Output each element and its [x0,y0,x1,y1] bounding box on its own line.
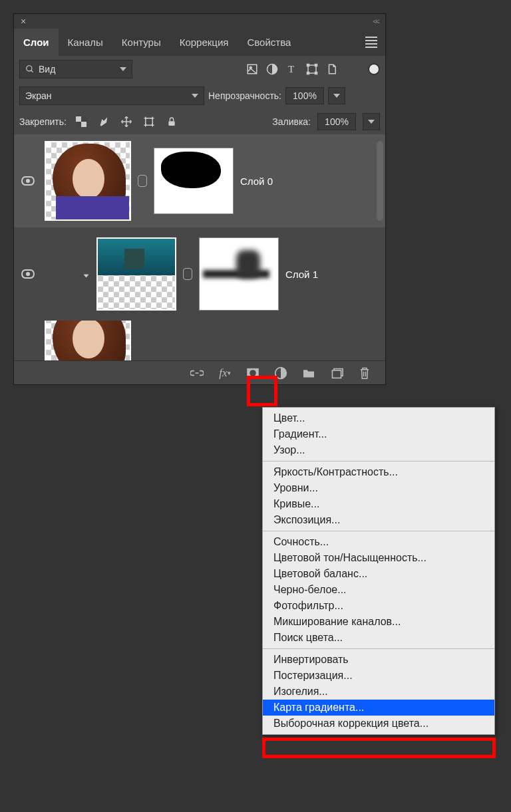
search-icon [25,65,35,74]
menu-item-gradient-map[interactable]: Карта градиента... [263,700,494,716]
svg-text:T: T [288,64,294,74]
layer-row[interactable]: Слой 0 [14,134,385,227]
svg-rect-10 [315,72,317,74]
menu-item[interactable]: Микширование каналов... [263,614,494,630]
svg-rect-12 [76,116,81,122]
layer-name[interactable]: Слой 1 [285,269,318,280]
new-layer-icon[interactable] [328,364,345,382]
tab-channels[interactable]: Каналы [59,29,112,56]
menu-item[interactable]: Постеризация... [263,668,494,684]
visibility-icon[interactable] [21,176,35,186]
visibility-icon[interactable] [21,269,35,279]
opacity-chevron[interactable] [328,87,345,104]
blend-mode-label: Экран [25,90,52,101]
menu-item[interactable]: Кривые... [263,496,494,512]
layer-row[interactable]: Слой 1 [14,227,385,321]
menu-item[interactable]: Яркость/Контрастность... [263,464,494,480]
svg-rect-7 [307,65,309,67]
close-icon[interactable]: × [21,16,26,27]
adjustment-menu: Цвет... Градиент... Узор... Яркость/Конт… [262,407,495,735]
filter-smartobj-icon[interactable] [324,61,340,77]
svg-rect-13 [81,122,86,127]
fill-label: Заливка: [272,116,311,127]
tab-layers[interactable]: Слои [14,29,59,56]
menu-section: Инвертировать Постеризация... Изогелия..… [263,649,494,734]
menu-item[interactable]: Выборочная коррекция цвета... [263,716,494,732]
delete-layer-icon[interactable] [356,364,373,382]
layers-list: Слой 0 Слой 1 [14,134,385,360]
filter-adjust-icon[interactable] [264,61,280,77]
menu-item[interactable]: Изогелия... [263,684,494,700]
highlight-menu-item [262,738,496,758]
lock-all-icon[interactable] [164,114,180,130]
tab-properties[interactable]: Свойства [238,29,300,56]
svg-rect-27 [332,370,341,377]
fill-input[interactable]: 100% [317,113,356,130]
opacity-label: Непрозрачность: [208,90,281,101]
menu-item[interactable]: Узор... [263,442,494,458]
blend-row: Экран Непрозрачность: 100% [14,82,385,109]
tab-adjustments[interactable]: Коррекция [170,29,238,56]
filter-row: Вид T [14,56,385,82]
panel-tabs: Слои Каналы Контуры Коррекция Свойства [14,29,385,56]
svg-rect-8 [315,65,317,67]
fill-chevron[interactable] [363,113,380,130]
menu-item[interactable]: Поиск цвета... [263,630,494,646]
panel-menu-icon[interactable] [357,29,385,55]
filter-type-text-icon[interactable]: T [284,61,300,77]
menu-item[interactable]: Инвертировать [263,652,494,668]
menu-item[interactable]: Сочность... [263,534,494,550]
layer-style-icon[interactable]: fx▾ [216,364,234,382]
lock-position-icon[interactable] [118,114,134,130]
svg-line-1 [31,70,33,72]
svg-rect-14 [146,118,153,126]
menu-item[interactable]: Цветовой баланс... [263,566,494,582]
tab-paths[interactable]: Контуры [112,29,170,56]
lock-transparency-icon[interactable] [73,114,89,130]
menu-item[interactable]: Экспозиция... [263,512,494,528]
panel-titlebar: × << [14,14,385,29]
menu-item[interactable]: Цветовой тон/Насыщенность... [263,550,494,566]
filter-toggle[interactable] [368,63,380,75]
clip-indicator-icon [84,275,89,278]
filter-type-label: Вид [39,64,55,74]
layer-name[interactable]: Слой 0 [240,176,273,187]
svg-rect-9 [307,72,309,74]
link-layers-icon[interactable] [188,364,206,382]
menu-section: Яркость/Контрастность... Уровни... Кривы… [263,462,494,531]
lock-pixels-icon[interactable] [96,114,112,130]
menu-item[interactable]: Градиент... [263,426,494,442]
menu-section: Цвет... Градиент... Узор... [263,408,494,462]
new-group-icon[interactable] [300,364,317,382]
layers-panel: × << Слои Каналы Контуры Коррекция Свойс… [13,13,386,385]
layer-row[interactable] [14,321,385,360]
lock-artboard-icon[interactable] [141,114,157,130]
mask-link-icon[interactable] [183,268,192,280]
layers-footer: fx▾ [14,360,385,384]
filter-shape-icon[interactable] [304,61,320,77]
menu-item[interactable]: Уровни... [263,480,494,496]
filter-type-dropdown[interactable]: Вид [19,60,132,78]
filter-pixel-icon[interactable] [244,61,260,77]
collapse-icon[interactable]: << [373,17,379,25]
menu-item[interactable]: Цвет... [263,410,494,426]
svg-point-25 [250,370,256,376]
scrollbar[interactable] [377,141,383,221]
blend-mode-dropdown[interactable]: Экран [19,86,204,105]
mask-link-icon[interactable] [138,175,147,187]
lock-label: Закрепить: [19,116,67,127]
layer-thumbnail[interactable] [45,141,131,221]
opacity-input[interactable]: 100% [285,87,324,104]
layer-thumbnail[interactable] [96,237,176,311]
menu-section: Сочность... Цветовой тон/Насыщенность...… [263,531,494,649]
lock-row: Закрепить: Заливка: 100% [14,109,385,134]
menu-item[interactable]: Фотофильтр... [263,598,494,614]
svg-point-0 [27,66,32,71]
add-mask-icon[interactable] [244,364,261,382]
svg-rect-23 [168,121,174,126]
mask-thumbnail[interactable] [199,237,279,311]
adjustment-layer-icon[interactable] [272,364,289,382]
mask-thumbnail[interactable] [154,148,234,214]
layer-thumbnail[interactable] [45,321,131,360]
menu-item[interactable]: Черно-белое... [263,582,494,598]
